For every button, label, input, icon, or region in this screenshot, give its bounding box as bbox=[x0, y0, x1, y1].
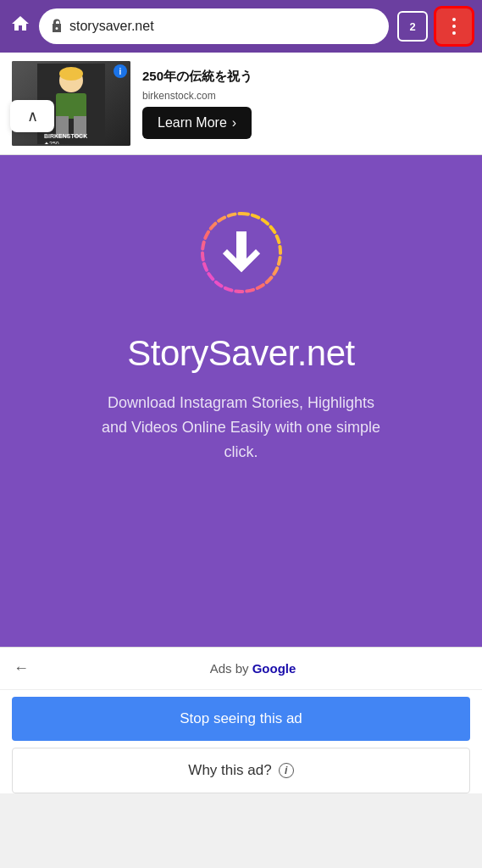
ad-headline: 250年の伝統を祝う bbox=[142, 68, 470, 85]
home-button[interactable] bbox=[10, 14, 30, 39]
ads-by-google-label: Ads by Google bbox=[37, 661, 468, 676]
why-this-ad-button[interactable]: Why this ad? i bbox=[12, 748, 470, 793]
learn-more-chevron: › bbox=[232, 115, 236, 131]
svg-text:✦250: ✦250 bbox=[44, 141, 59, 144]
ad-banner: BIRKENSTOCK ✦250 i 250年の伝統を祝う birkenstoc… bbox=[0, 53, 482, 155]
google-label: Google bbox=[252, 661, 296, 676]
learn-more-button[interactable]: Learn More › bbox=[142, 107, 252, 139]
tab-count-button[interactable]: 2 bbox=[397, 11, 428, 42]
ad-info-badge: i bbox=[114, 64, 127, 78]
info-icon-symbol: i bbox=[285, 765, 287, 776]
ads-label: Ads by bbox=[210, 661, 252, 676]
download-circle-icon bbox=[195, 206, 288, 299]
svg-rect-10 bbox=[236, 231, 247, 265]
svg-rect-1 bbox=[56, 93, 86, 119]
browser-chrome: storysaver.net 2 bbox=[0, 0, 482, 53]
site-description: Download Instagram Stories, Highlights a… bbox=[97, 391, 385, 464]
ad-content: 250年の伝統を祝う birkenstock.com Learn More › bbox=[142, 68, 470, 139]
ad-info-icon: i bbox=[119, 67, 122, 76]
url-text: storysaver.net bbox=[69, 19, 154, 34]
why-ad-info-icon: i bbox=[279, 763, 294, 778]
ads-panel-back-button[interactable]: ← bbox=[14, 659, 29, 677]
learn-more-label: Learn More bbox=[158, 115, 227, 131]
scroll-up-button[interactable]: ∧ bbox=[10, 100, 54, 132]
browser-menu-button[interactable] bbox=[436, 8, 472, 44]
scroll-up-icon: ∧ bbox=[27, 107, 38, 125]
menu-dot-2 bbox=[452, 25, 456, 28]
stop-seeing-ad-button[interactable]: Stop seeing this ad bbox=[12, 697, 470, 741]
menu-dot-3 bbox=[452, 31, 456, 35]
menu-dot-1 bbox=[452, 18, 456, 21]
svg-text:BIRKENSTOCK: BIRKENSTOCK bbox=[44, 133, 87, 139]
site-title: StorySaver.net bbox=[127, 333, 354, 374]
ad-domain: birkenstock.com bbox=[142, 90, 470, 102]
ads-panel-header: ← Ads by Google bbox=[0, 648, 482, 690]
ads-google-panel: ← Ads by Google Stop seeing this ad Why … bbox=[0, 647, 482, 793]
why-ad-label: Why this ad? bbox=[188, 762, 271, 779]
lock-icon bbox=[51, 19, 63, 35]
tab-count-label: 2 bbox=[409, 20, 415, 33]
address-bar[interactable]: storysaver.net bbox=[39, 8, 389, 44]
svg-point-5 bbox=[59, 67, 83, 81]
main-content: StorySaver.net Download Instagram Storie… bbox=[0, 155, 482, 647]
